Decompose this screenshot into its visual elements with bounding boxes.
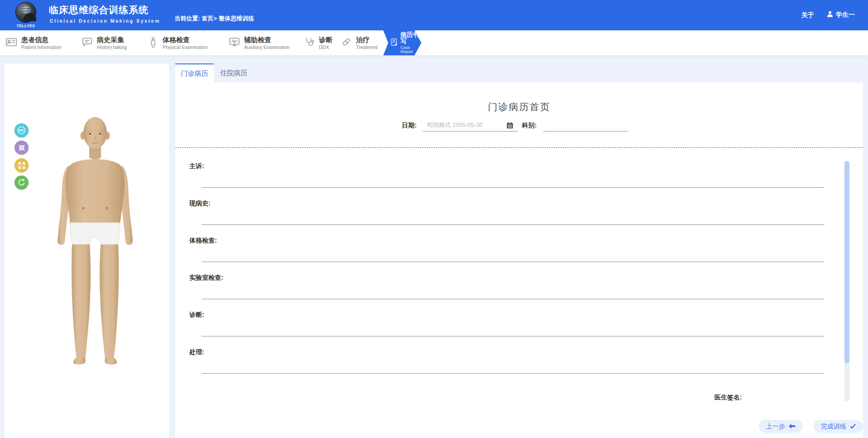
person-icon [148, 36, 159, 50]
dashed-divider [175, 147, 863, 148]
nav-item-patient-information[interactable]: 患者信息 Patient Information [5, 30, 61, 55]
physical-exam-input[interactable] [202, 249, 825, 262]
breadcrumb: 当前位置:首页>整体思维训练 [174, 15, 256, 23]
logo-bust-icon [24, 13, 36, 21]
date-label: 日期: [402, 122, 417, 130]
date-input[interactable] [423, 119, 518, 131]
calendar-icon[interactable] [506, 122, 513, 131]
nav-item-physical-examination[interactable]: 体格检查 Physical Examination [148, 30, 208, 55]
user-name: 学生一 [836, 11, 855, 19]
nav-label-zh: 诊断 [319, 36, 333, 43]
logo-text: TELLYES [12, 24, 40, 28]
app-title: 临床思维综合训练系统 [49, 4, 149, 16]
finish-training-button[interactable]: 完成训练 [814, 420, 863, 433]
nav-item-case-report[interactable]: 病历书写 Case Report [383, 30, 421, 55]
nav-item-auxiliary-examination[interactable]: 辅助检查 Auxiliary Examination [229, 30, 289, 55]
field-label-physical-exam: 体格检查: [189, 237, 217, 245]
user-menu[interactable]: 学生一 [826, 10, 855, 19]
form-title: 门诊病历首页 [175, 101, 863, 113]
field-label-chief-complaint: 主诉: [189, 162, 204, 170]
id-card-icon [5, 36, 17, 50]
tab-outpatient-record[interactable]: 门诊病历 [175, 63, 214, 83]
nav-item-ddx[interactable]: 诊断 DDX [304, 30, 333, 55]
breadcrumb-home-link[interactable]: 首页> [202, 15, 217, 22]
field-label-diagnosis: 诊断: [189, 311, 204, 319]
nav-label-en: Auxiliary Examination [244, 45, 289, 50]
left-arrow-icon [789, 423, 796, 430]
tab-inpatient-record[interactable]: 住院病历 [214, 63, 254, 83]
patient-model-panel: 180° [5, 64, 169, 438]
nav-label-zh: 患者信息 [21, 36, 61, 43]
nav-label-en: Treatment [356, 45, 377, 50]
field-label-present-illness: 现病史: [189, 200, 211, 208]
diagnosis-input[interactable] [202, 324, 825, 336]
nav-label-zh: 体格检查 [163, 36, 208, 43]
tab-label: 住院病历 [220, 69, 247, 78]
capsule-icon [341, 36, 352, 49]
doctor-signature-label: 医生签名: [714, 394, 742, 402]
about-button[interactable]: 关于 [801, 11, 814, 19]
tellyes-logo[interactable]: TELLYES [12, 1, 40, 29]
finish-training-label: 完成训练 [821, 423, 846, 431]
breadcrumb-current: 整体思维训练 [219, 15, 254, 22]
nav-label-en: Physical Examination [163, 45, 208, 50]
patient-3d-model[interactable] [23, 115, 168, 367]
nav-label-zh: 治疗 [356, 36, 377, 43]
previous-step-label: 上一步 [766, 423, 785, 431]
nav-label-zh: 病历书写 [400, 32, 421, 44]
user-icon [826, 10, 834, 19]
field-label-lab-tests: 实验室检查: [189, 274, 223, 282]
scrollbar-track[interactable] [844, 360, 849, 402]
nav-label-en: History talking [97, 45, 127, 50]
department-input[interactable] [543, 119, 627, 131]
previous-step-button[interactable]: 上一步 [759, 420, 803, 433]
speech-bubble-icon [82, 36, 93, 49]
checkmark-icon [850, 423, 856, 430]
management-input[interactable] [202, 361, 825, 374]
app-subtitle: Clinical Decision Making System [50, 18, 160, 24]
department-label: 科别: [522, 122, 537, 130]
field-label-management: 处理: [189, 348, 204, 356]
main-nav: 患者信息 Patient Information 病史采集 History ta… [0, 30, 868, 55]
chief-complaint-input[interactable] [202, 175, 825, 188]
nav-label-en: Patient Information [21, 45, 61, 50]
nav-label-en: Case Report [400, 46, 421, 54]
outpatient-record-form: 门诊病历首页 日期: 科别: 主诉: 现病史: 体格检查: 实验室检查: 诊断: [175, 83, 863, 438]
nav-label-zh: 辅助检查 [244, 36, 289, 43]
nav-item-history-talking[interactable]: 病史采集 History talking [82, 30, 127, 55]
present-illness-input[interactable] [202, 212, 825, 225]
breadcrumb-label: 当前位置: [174, 15, 200, 22]
nav-label-zh: 病史采集 [97, 36, 127, 43]
stethoscope-icon [304, 36, 315, 49]
logo-badge-icon [15, 2, 36, 23]
tab-label: 门诊病历 [181, 69, 208, 78]
document-pen-icon [390, 38, 398, 49]
app-screen: TELLYES 临床思维综合训练系统 Clinical Decision Mak… [0, 0, 868, 438]
monitor-icon [229, 36, 240, 49]
nav-label-en: DDX [319, 45, 333, 50]
scrollbar-thumb[interactable] [844, 161, 849, 363]
lab-tests-input[interactable] [202, 287, 825, 299]
nav-item-treatment[interactable]: 治疗 Treatment [341, 30, 377, 55]
top-header: TELLYES 临床思维综合训练系统 Clinical Decision Mak… [0, 0, 868, 30]
